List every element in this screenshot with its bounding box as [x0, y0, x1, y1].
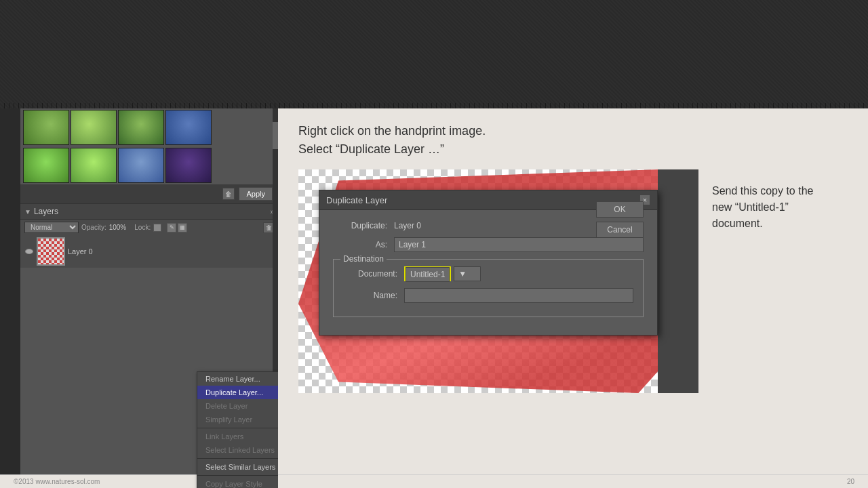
side-text-line-2: new “Untitled-1” — [712, 199, 834, 216]
blend-mode-select[interactable]: Normal — [24, 222, 79, 233]
dialog-ok-button[interactable]: OK — [596, 201, 644, 218]
separator-1 — [197, 428, 278, 428]
apply-button[interactable]: Apply — [239, 187, 273, 201]
dialog-document-row: Document: Untitled-1 ▼ — [343, 266, 633, 281]
lock-label: Lock: — [134, 224, 151, 231]
layer-controls-row: Normal Opacity: 100% Lock: ✎ ▦ 🗑 — [20, 220, 278, 235]
destination-legend: Destination — [340, 254, 387, 264]
name-label: Name: — [343, 291, 397, 300]
context-delete-layer: Delete Layer — [197, 399, 278, 413]
canvas-preview: Duplicate Layer × OK Cancel Duplicate: L… — [298, 169, 698, 393]
layers-panel-header: ▼ Layers » — [20, 203, 278, 220]
context-rename-layer[interactable]: Rename Layer... — [197, 372, 278, 386]
as-label: As: — [333, 240, 387, 249]
separator-3 — [197, 475, 278, 476]
side-text-block: Send this copy to the new “Untitled-1” d… — [698, 169, 834, 232]
dialog-buttons: OK Cancel — [596, 201, 644, 238]
thumbnail-2 — [71, 110, 117, 145]
context-link-layers: Link Layers — [197, 430, 278, 443]
as-input[interactable] — [394, 237, 644, 252]
side-text-line-1: Send this copy to the — [712, 183, 834, 199]
side-text-line-3: document. — [712, 216, 834, 232]
context-menu: Rename Layer... Duplicate Layer... Delet… — [197, 371, 278, 488]
doc-select-value: Untitled-1 — [406, 267, 450, 282]
thumbnail-4 — [165, 110, 212, 145]
thumbnail-7 — [118, 148, 164, 183]
layer-visibility-toggle[interactable] — [24, 247, 34, 256]
dialog-as-row: As: — [333, 237, 644, 252]
doc-select-dropdown[interactable]: ▼ — [454, 266, 481, 281]
footer: ©2013 www.natures-sol.com 20 — [0, 474, 868, 488]
doc-select-highlight: Untitled-1 — [404, 266, 451, 281]
separator-2 — [197, 458, 278, 459]
panel-bottom-bar: 🗑 Apply — [20, 184, 278, 203]
right-panel: Right click on the handprint image. Sele… — [278, 108, 868, 488]
scroll-thumb[interactable] — [273, 122, 278, 149]
layer-thumbnail — [37, 237, 65, 266]
layers-collapse-arrow[interactable]: ▼ — [24, 208, 31, 216]
main-content: 🗑 Apply ▼ Layers » Normal Opacity: 100% … — [0, 108, 868, 488]
layer-thumb-inner — [38, 239, 64, 264]
opacity-label: Opacity: — [81, 224, 106, 231]
context-duplicate-layer[interactable]: Duplicate Layer... — [197, 386, 278, 399]
left-toolbar — [0, 108, 20, 488]
duplicate-layer-dialog: Duplicate Layer × OK Cancel Duplicate: L… — [319, 190, 658, 336]
lock-icon — [153, 224, 161, 232]
trash-icon[interactable]: 🗑 — [222, 188, 235, 200]
dialog-body: OK Cancel Duplicate: Layer 0 As: — [319, 210, 657, 335]
page-number: 20 — [847, 478, 854, 485]
duplicate-label: Duplicate: — [333, 221, 387, 230]
instruction-line-1: Right click on the handprint image. — [298, 122, 848, 140]
brush-icon[interactable]: ✎ — [167, 223, 176, 232]
top-header — [0, 0, 868, 108]
eye-icon — [25, 249, 33, 254]
context-select-similar[interactable]: Select Similar Layers — [197, 460, 278, 474]
document-label: Document: — [343, 269, 397, 279]
layer-item-row: Layer 0 — [20, 235, 278, 268]
thumbnail-5 — [23, 148, 69, 183]
context-select-linked: Select Linked Layers — [197, 443, 278, 457]
doc-select-wrapper: Untitled-1 ▼ — [404, 266, 481, 281]
thumbnail-row-2 — [20, 146, 278, 184]
checker-icon[interactable]: ▦ — [178, 223, 187, 232]
instruction-line-2: Select “Duplicate Layer …” — [298, 140, 848, 159]
thumbnail-6 — [71, 148, 117, 183]
context-copy-style: Copy Layer Style — [197, 477, 278, 488]
footer-copyright: ©2013 www.natures-sol.com — [14, 478, 100, 485]
dialog-cancel-button[interactable]: Cancel — [596, 222, 644, 238]
destination-group: Destination Document: Untitled-1 ▼ — [333, 259, 644, 317]
instruction-block: Right click on the handprint image. Sele… — [298, 122, 848, 159]
duplicate-value: Layer 0 — [394, 221, 421, 230]
opacity-value: 100% — [109, 224, 127, 231]
layers-panel: 🗑 Apply ▼ Layers » Normal Opacity: 100% … — [20, 108, 278, 488]
thumbnail-8 — [165, 148, 212, 183]
dialog-name-row: Name: — [343, 288, 633, 303]
thumbnail-row-1 — [20, 108, 278, 146]
layer-icons-group: ✎ ▦ — [167, 223, 187, 232]
image-area: Duplicate Layer × OK Cancel Duplicate: L… — [298, 169, 848, 393]
context-simplify-layer: Simplify Layer — [197, 413, 278, 426]
canvas-dark-edge — [658, 169, 698, 393]
layers-panel-title: Layers — [34, 207, 271, 216]
thumbnail-3 — [118, 110, 164, 145]
thumbnail-1 — [23, 110, 69, 145]
name-input[interactable] — [404, 288, 633, 303]
dialog-title-text: Duplicate Layer — [326, 195, 387, 205]
layer-name-label: Layer 0 — [68, 247, 93, 256]
